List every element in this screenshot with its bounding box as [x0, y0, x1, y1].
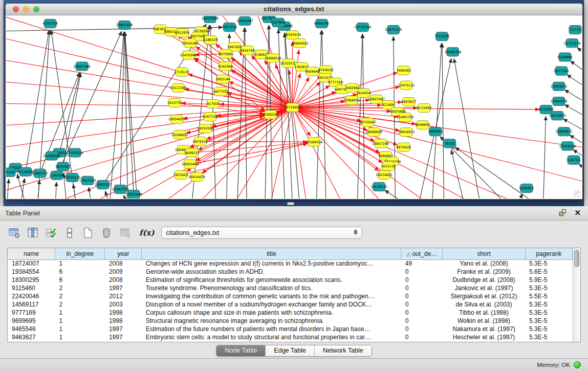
network-node[interactable]: 19384554	[306, 138, 322, 146]
network-node[interactable]: 4355724	[43, 19, 58, 28]
show-columns-button[interactable]	[26, 226, 39, 240]
network-node[interactable]: 1527602	[271, 18, 286, 27]
network-node[interactable]: 15688520	[265, 54, 281, 62]
network-node[interactable]: 10688609	[365, 128, 382, 137]
delete-columns-button[interactable]	[99, 226, 113, 240]
cell-in_degree[interactable]: 1	[55, 309, 105, 317]
table-row[interactable]: 2242004622012Investigating the contribut…	[8, 292, 573, 300]
cell-pagerank[interactable]: 5.6E-5	[525, 268, 572, 276]
network-node[interactable]: 20053346	[74, 62, 91, 71]
network-node[interactable]: 15751074	[563, 39, 580, 48]
network-node[interactable]: 9498222	[185, 148, 200, 157]
table-row[interactable]: 946362711997Embryonic stem cells: a mode…	[8, 333, 573, 341]
network-edge[interactable]	[37, 180, 39, 199]
network-node[interactable]: 11175	[569, 26, 581, 34]
network-edge[interactable]	[73, 184, 78, 199]
network-edge[interactable]	[292, 73, 300, 107]
column-header-in_degree[interactable]: in_degree	[55, 248, 105, 259]
network-node[interactable]: 116753	[568, 156, 580, 164]
cell-year[interactable]: 2012	[105, 292, 142, 300]
table-scrollbar[interactable]	[573, 248, 580, 342]
cell-in_degree[interactable]: 6	[55, 268, 105, 276]
cell-title[interactable]: Embryonic stem cells: a model to study s…	[142, 333, 401, 341]
cell-pagerank[interactable]: 5.3E-5	[525, 259, 572, 268]
network-node[interactable]: 9242848	[218, 62, 233, 71]
float-panel-icon[interactable]	[558, 208, 567, 217]
tab-node-table[interactable]: Node Table	[216, 345, 266, 356]
network-node[interactable]: 13505135	[64, 173, 81, 182]
network-edge[interactable]	[292, 107, 308, 199]
network-node[interactable]: 18720407	[359, 118, 376, 127]
network-node[interactable]: 9794028	[318, 65, 333, 74]
network-node[interactable]: 1615132	[381, 162, 396, 170]
network-node[interactable]: 6466140	[314, 19, 329, 28]
network-edge[interactable]	[363, 34, 365, 199]
table-row[interactable]: 1872400712008Changes of HCN gene express…	[8, 259, 573, 268]
network-edge[interactable]	[455, 147, 554, 199]
cell-year[interactable]: 1998	[105, 309, 142, 317]
network-node[interactable]: 12093832	[550, 82, 567, 91]
network-edge[interactable]	[210, 25, 216, 199]
network-node[interactable]: 19654923	[398, 128, 415, 137]
network-edge[interactable]	[6, 27, 223, 31]
network-node[interactable]: 2803144	[215, 75, 230, 83]
network-edge[interactable]	[442, 43, 444, 199]
tab-network-table[interactable]: Network Table	[315, 345, 372, 356]
cell-out_degree[interactable]: 0	[401, 333, 443, 341]
cell-title[interactable]: Tourette syndrome. Phenomenology and cla…	[142, 284, 401, 292]
table-selector-dropdown[interactable]: citations_edges.txt	[161, 227, 362, 239]
network-node[interactable]: 12213389	[170, 83, 187, 92]
cell-pagerank[interactable]: 5.3E-5	[525, 300, 572, 309]
network-edge[interactable]	[59, 73, 80, 152]
tab-edge-table[interactable]: Edge Table	[266, 345, 314, 356]
network-edge[interactable]	[6, 107, 292, 126]
network-node[interactable]: 12923446	[125, 190, 142, 199]
cell-out_degree[interactable]: 0	[401, 284, 443, 292]
network-node[interactable]: 9875685	[219, 50, 233, 58]
cell-out_degree[interactable]: 0	[401, 292, 443, 300]
cell-year[interactable]: 2003	[105, 300, 142, 309]
column-header-title[interactable]: title	[142, 248, 401, 259]
network-node[interactable]: 8878332	[193, 137, 208, 146]
network-node[interactable]: 15495758	[397, 113, 413, 122]
network-node[interactable]: 8912955	[175, 29, 190, 37]
network-node[interactable]: 16648784	[444, 48, 461, 56]
network-node[interactable]: 9904448	[305, 67, 320, 76]
network-node[interactable]: 8427552	[213, 87, 228, 96]
network-edge[interactable]	[26, 30, 49, 172]
table-row[interactable]: 969969511998Structural magnetic resonanc…	[8, 317, 573, 325]
network-node[interactable]: 9115460	[417, 103, 431, 112]
network-node[interactable]: 1640952	[428, 127, 443, 136]
network-node[interactable]: 917004	[207, 99, 220, 108]
cell-name[interactable]: 9463627	[8, 333, 55, 341]
cell-pagerank[interactable]: 5.3E-5	[525, 325, 572, 333]
table-row[interactable]: 1830029562008Estimation of significance …	[8, 276, 573, 284]
network-edge[interactable]	[6, 107, 292, 149]
cell-pagerank[interactable]: 5.3E-5	[525, 309, 572, 317]
network-node[interactable]: 20364436	[343, 96, 360, 104]
cell-title[interactable]: Structural magnetic resonance image aver…	[142, 317, 401, 325]
network-node[interactable]: 3824554	[356, 89, 371, 97]
cell-short[interactable]: Stergiakouli et al. (2012)	[443, 292, 525, 300]
network-canvas[interactable]: 1872400718300295766382288601238912955182…	[6, 16, 582, 199]
network-node[interactable]: 9975628	[396, 143, 411, 151]
network-node[interactable]: 1810755	[167, 98, 182, 107]
network-edge[interactable]	[120, 32, 124, 189]
cell-pagerank[interactable]: 5.3E-5	[525, 317, 572, 325]
network-edge[interactable]	[579, 164, 582, 181]
network-edge[interactable]	[571, 61, 582, 83]
network-edge[interactable]	[19, 179, 25, 199]
cell-out_degree[interactable]: 0	[401, 325, 443, 333]
network-edge[interactable]	[6, 179, 9, 199]
cell-title[interactable]: Investigating the contribution of common…	[142, 292, 401, 300]
cell-in_degree[interactable]: 1	[55, 317, 105, 325]
table-row[interactable]: 977716911998Corpus callosum shape and si…	[8, 309, 573, 317]
column-header-short[interactable]: short	[443, 248, 525, 259]
network-node[interactable]: 18807249	[372, 139, 389, 148]
scrollbar-thumb[interactable]	[574, 250, 579, 267]
network-node[interactable]: 14671338	[385, 26, 402, 34]
cell-short[interactable]: Franke et al. (2009)	[443, 268, 525, 276]
close-panel-icon[interactable]: ✕	[574, 209, 581, 216]
network-node[interactable]: 14136141	[371, 182, 387, 191]
network-edge[interactable]	[108, 32, 124, 199]
